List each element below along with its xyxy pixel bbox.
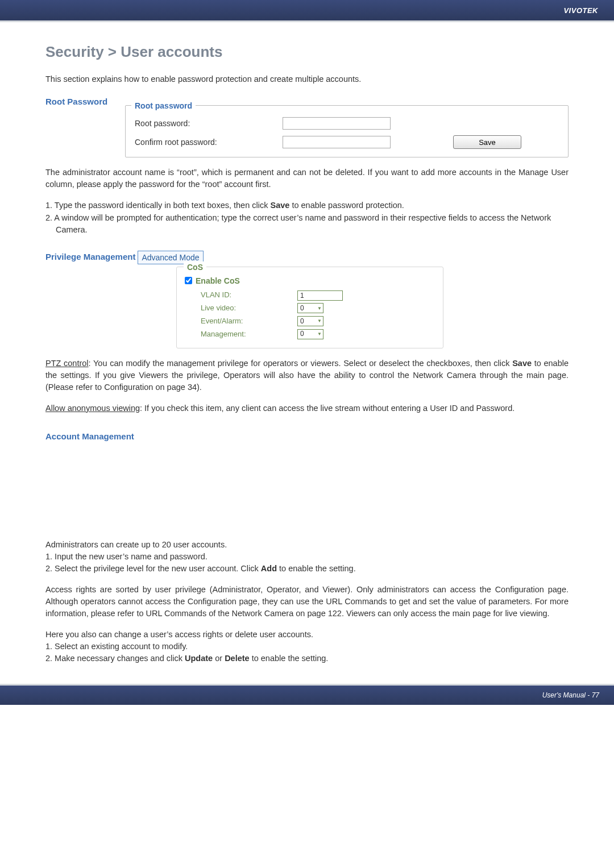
ptz-text-pre: : You can modify the management privileg…	[89, 359, 513, 368]
header-bar: VIVOTEK	[0, 0, 614, 20]
step-1-bold: Save	[270, 201, 289, 210]
anonymous-viewing-text: : If you check this item, any client can…	[140, 404, 515, 413]
root-password-steps: 1. Type the password identically in both…	[45, 200, 569, 235]
am-step2-pre: 2. Select the privilege level for the ne…	[45, 564, 261, 573]
privilege-heading: Privilege Management	[45, 251, 135, 263]
step-1: 1. Type the password identically in both…	[45, 200, 569, 211]
root-password-row: Root password:	[135, 117, 559, 130]
am-step2-post: to enable the setting.	[277, 564, 356, 573]
management-label: Management:	[201, 329, 297, 340]
root-password-legend: Root password	[131, 100, 196, 111]
am-mod-step2-bold1: Update	[185, 654, 213, 663]
event-alarm-label: Event/Alarm:	[201, 316, 297, 327]
ptz-control-label: PTZ control	[45, 359, 89, 368]
vlan-id-row: VLAN ID:	[201, 290, 434, 301]
confirm-password-input[interactable]	[283, 136, 391, 148]
management-row: Management: 0 ▼	[201, 329, 434, 340]
cos-panel: CoS Enable CoS VLAN ID: Live video: 0 ▼ …	[176, 267, 443, 348]
footer-bar: User's Manual - 77	[0, 686, 614, 705]
am-mod-step2-post: to enable the setting.	[250, 654, 329, 663]
anonymous-viewing-paragraph: Allow anonymous viewing: If you check th…	[45, 402, 569, 414]
live-video-value: 0	[300, 304, 304, 313]
ptz-control-paragraph: PTZ control: You can modify the manageme…	[45, 358, 569, 393]
am-p3: Here you also can change a user’s access…	[45, 629, 569, 641]
event-alarm-row: Event/Alarm: 0 ▼	[201, 316, 434, 327]
management-select[interactable]: 0 ▼	[297, 329, 323, 339]
enable-cos-text: Enable CoS	[196, 275, 240, 286]
live-video-label: Live video:	[201, 303, 297, 314]
ptz-text-bold: Save	[512, 359, 532, 368]
page-content: Security > User accounts This section ex…	[0, 22, 614, 684]
footer-text: User's Manual - 77	[542, 691, 599, 699]
brand-text: VIVOTEK	[563, 6, 598, 15]
am-mod-step2-mid: or	[213, 654, 225, 663]
root-password-panel: Root password Root password: Confirm roo…	[125, 105, 569, 157]
anonymous-viewing-label: Allow anonymous viewing	[45, 404, 140, 413]
root-password-description: The administrator account name is “root”…	[45, 167, 569, 190]
event-alarm-select[interactable]: 0 ▼	[297, 316, 323, 326]
event-alarm-value: 0	[300, 317, 304, 326]
privilege-heading-row: Privilege Management Advanced Mode	[45, 251, 569, 264]
step-1-pre: 1. Type the password identically in both…	[45, 201, 270, 210]
save-button[interactable]: Save	[453, 135, 521, 149]
live-video-row: Live video: 0 ▼	[201, 303, 434, 314]
am-step2: 2. Select the privilege level for the ne…	[45, 563, 569, 575]
am-step1: 1. Input the new user’s name and passwor…	[45, 551, 569, 563]
chevron-down-icon: ▼	[317, 331, 322, 338]
chevron-down-icon: ▼	[317, 318, 322, 325]
chevron-down-icon: ▼	[317, 305, 322, 312]
am-mod-step1: 1. Select an existing account to modify.	[45, 641, 569, 653]
confirm-password-row: Confirm root password: Save	[135, 135, 559, 149]
am-p2: Access rights are sorted by user privile…	[45, 584, 569, 620]
vlan-id-input[interactable]	[297, 290, 343, 301]
page-title: Security > User accounts	[45, 41, 569, 63]
am-create-steps: 1. Input the new user’s name and passwor…	[45, 551, 569, 575]
account-management-heading: Account Management	[45, 430, 569, 443]
root-password-input[interactable]	[283, 117, 391, 130]
am-mod-step2-pre: 2. Make necessary changes and click	[45, 654, 185, 663]
am-p1: Administrators can create up to 20 user …	[45, 539, 569, 551]
step-2: 2. A window will be prompted for authent…	[45, 212, 569, 236]
enable-cos-checkbox[interactable]	[185, 277, 192, 284]
am-mod-step2: 2. Make necessary changes and click Upda…	[45, 653, 569, 665]
intro-text: This section explains how to enable pass…	[45, 73, 569, 85]
am-mod-step2-bold2: Delete	[225, 654, 250, 663]
cos-legend: CoS	[184, 261, 206, 273]
cos-wrapper: CoS Enable CoS VLAN ID: Live video: 0 ▼ …	[176, 267, 569, 348]
am-step2-bold: Add	[261, 564, 277, 573]
am-modify-steps: 1. Select an existing account to modify.…	[45, 641, 569, 665]
live-video-select[interactable]: 0 ▼	[297, 303, 323, 313]
confirm-password-label: Confirm root password:	[135, 136, 283, 148]
step-1-post: to enable password protection.	[289, 201, 404, 210]
vlan-id-label: VLAN ID:	[201, 290, 297, 301]
root-password-label: Root password:	[135, 118, 283, 129]
enable-cos-label[interactable]: Enable CoS	[185, 275, 434, 286]
management-value: 0	[300, 329, 304, 339]
